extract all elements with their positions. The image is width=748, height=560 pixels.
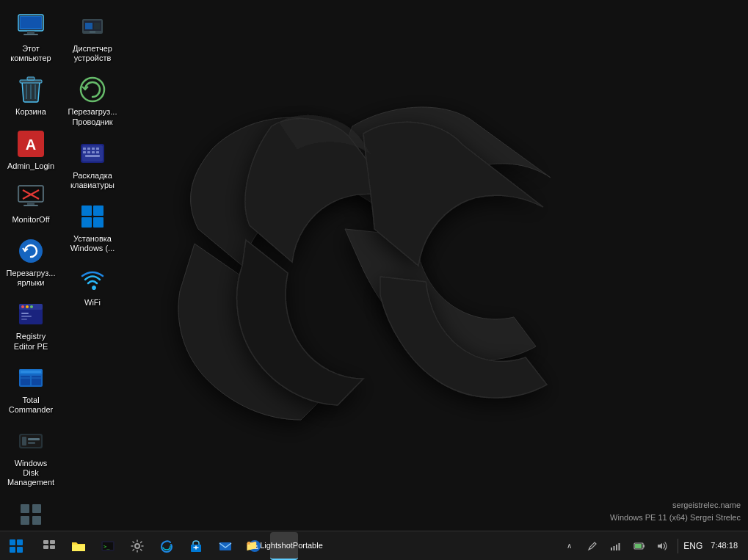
tray-expand-button[interactable]: ∧ [559, 536, 579, 556]
this-computer-label: Этоткомпьютер [10, 44, 51, 63]
svg-rect-84 [635, 544, 642, 548]
this-computer-icon[interactable]: Этоткомпьютер [3, 7, 59, 68]
taskbar-pinned-items: >_ [32, 531, 301, 561]
svg-rect-37 [22, 437, 26, 446]
this-computer-img [16, 12, 46, 41]
settings-icon [131, 539, 144, 553]
language-indicator[interactable]: ENG [683, 536, 703, 556]
expand-icon: ∧ [567, 542, 572, 550]
tray-divider [678, 539, 678, 553]
svg-text:>_: >_ [104, 544, 110, 550]
svg-point-22 [21, 305, 24, 308]
windows-disk-icon[interactable]: Windows DiskManagement [3, 422, 59, 492]
svg-rect-47 [90, 31, 95, 33]
desktop: Этоткомпьютер Корзина A Admin_Login [0, 0, 748, 560]
watermark: sergeistrelec.name Windows PE 11 (x64) S… [610, 499, 741, 523]
reboot-explorer-label: Перезагруз...Проводник [68, 107, 117, 126]
taskbar-task-view[interactable] [35, 532, 63, 560]
svg-rect-31 [21, 376, 30, 385]
svg-rect-38 [28, 438, 40, 440]
svg-point-19 [19, 239, 43, 263]
svg-rect-40 [21, 504, 29, 513]
svg-rect-68 [43, 540, 48, 544]
svg-rect-26 [21, 316, 32, 317]
registry-editor-icon[interactable]: RegistryEditor PE [3, 295, 59, 355]
svg-point-24 [30, 305, 33, 308]
recycle-bin-icon[interactable]: Корзина [3, 70, 59, 121]
svg-rect-30 [21, 371, 41, 373]
icon-column-2: Диспетчерустройств Перезагруз...Проводни… [62, 6, 123, 548]
taskbar-console[interactable]: >_ [94, 532, 122, 560]
icon-column-1: Этоткомпьютер Корзина A Admin_Login [0, 6, 62, 548]
taskbar-store[interactable] [182, 532, 210, 560]
windows-install-icon[interactable]: УстановкаWindows (... [65, 197, 120, 258]
wifi-img [78, 266, 107, 295]
svg-rect-79 [611, 548, 612, 550]
store-icon [189, 539, 203, 553]
pen-tray-icon[interactable] [582, 536, 603, 556]
total-commander-img [16, 363, 46, 393]
svg-rect-43 [32, 516, 41, 525]
winntsetup-img [16, 500, 46, 529]
svg-rect-60 [81, 206, 92, 216]
total-commander-icon[interactable]: TotalCommander [3, 359, 59, 419]
admin-login-img: A [16, 129, 46, 159]
registry-editor-img [16, 299, 46, 329]
console-icon: >_ [101, 539, 115, 553]
svg-point-75 [135, 544, 139, 548]
svg-rect-41 [32, 504, 41, 513]
watermark-line2: Windows PE 11 (x64) Sergei Strelec [610, 512, 741, 524]
svg-rect-39 [28, 442, 35, 444]
admin-login-icon[interactable]: A Admin_Login [3, 125, 59, 175]
svg-rect-32 [32, 376, 41, 385]
desktop-icons: Этоткомпьютер Корзина A Admin_Login [0, 6, 123, 548]
network-tray-icon[interactable] [606, 536, 626, 556]
clock-time: 7:48:18 [711, 540, 738, 551]
svg-rect-51 [83, 148, 86, 150]
watermark-line1: sergeistrelec.name [610, 499, 741, 512]
wifi-icon[interactable]: WiFi [65, 261, 120, 312]
speaker-tray-icon[interactable] [653, 536, 673, 556]
start-button[interactable] [0, 531, 32, 561]
windows-install-label: УстановкаWindows (... [70, 234, 115, 253]
svg-rect-27 [21, 319, 27, 320]
svg-rect-64 [10, 539, 15, 545]
svg-rect-25 [21, 313, 29, 314]
total-commander-label: TotalCommander [9, 396, 54, 415]
taskbar-lightshot[interactable]: 📁 LightshotPortable [270, 532, 298, 560]
svg-rect-71 [50, 545, 55, 549]
keyboard-layout-icon[interactable]: Раскладкаклавиатуры [65, 134, 120, 194]
svg-rect-61 [93, 206, 104, 216]
svg-rect-5 [21, 17, 41, 28]
windows-install-img [78, 202, 107, 231]
windows-start-icon [9, 539, 23, 553]
language-label: ENG [680, 541, 705, 551]
device-manager-label: Диспетчерустройств [73, 44, 112, 63]
svg-rect-53 [92, 148, 95, 150]
monitor-off-icon[interactable]: MonitorOff [3, 178, 59, 229]
taskbar-clock[interactable]: 7:48:18 [706, 539, 742, 553]
taskbar-mail[interactable] [211, 532, 239, 560]
device-manager-icon[interactable]: Диспетчерустройств [65, 7, 120, 68]
svg-rect-42 [21, 516, 29, 525]
wifi-label: WiFi [84, 298, 101, 308]
taskbar-settings[interactable] [123, 532, 151, 560]
svg-rect-55 [83, 151, 86, 153]
svg-rect-63 [93, 217, 104, 228]
svg-rect-62 [81, 217, 92, 228]
battery-tray-icon[interactable] [629, 536, 650, 556]
mail-icon [219, 539, 232, 553]
reload-shortcuts-img [16, 236, 46, 266]
reboot-explorer-icon[interactable]: Перезагруз...Проводник [65, 70, 120, 131]
lightshot-label: LightshotPortable [260, 541, 323, 550]
svg-rect-4 [23, 34, 38, 35]
svg-rect-6 [20, 80, 42, 83]
edge-icon [160, 539, 173, 553]
svg-rect-66 [10, 547, 15, 553]
taskbar-edge[interactable] [153, 532, 181, 560]
taskbar-tray: ∧ [553, 531, 748, 561]
windows-disk-label: Windows DiskManagement [6, 459, 56, 488]
taskbar-file-explorer[interactable] [65, 532, 92, 560]
battery-icon [633, 542, 645, 550]
reload-shortcuts-icon[interactable]: Перезагруз...ярлыки [3, 232, 59, 292]
